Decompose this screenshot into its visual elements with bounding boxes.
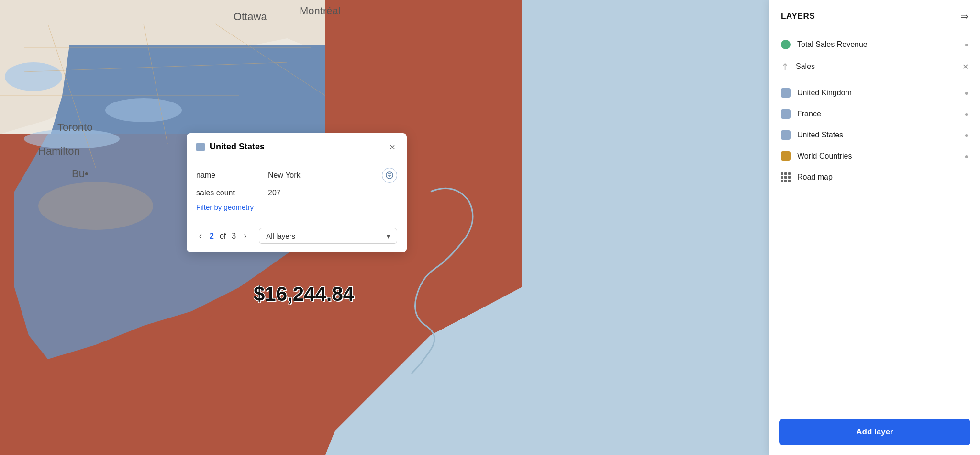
- layer-item-united-kingdom[interactable]: United Kingdom ●: [769, 82, 980, 103]
- layer-color-indicator: [781, 151, 791, 161]
- layers-panel: LAYERS ⇒ Total Sales Revenue ● ↗ Sales ✕…: [769, 0, 980, 455]
- clock-icon: ●: [965, 131, 969, 139]
- layers-collapse-button[interactable]: ⇒: [960, 11, 969, 22]
- filter-icon-button[interactable]: [382, 168, 397, 183]
- divider: [781, 80, 969, 80]
- popup-body: name New York sales count 207 Filter by …: [187, 159, 407, 223]
- popup-color-swatch: [196, 143, 205, 151]
- layer-color-indicator: [781, 130, 791, 140]
- layers-list: Total Sales Revenue ● ↗ Sales ✕ United K…: [769, 29, 980, 411]
- popup-title: United States: [210, 142, 383, 152]
- add-layer-button[interactable]: Add layer: [779, 419, 970, 445]
- layer-color-indicator: [781, 40, 791, 49]
- layer-item-sales[interactable]: ↗ Sales ✕: [769, 55, 980, 78]
- popup-val-sales-count: 207: [268, 189, 397, 197]
- clock-icon: ●: [965, 110, 969, 118]
- svg-point-19: [24, 129, 120, 148]
- layer-filter-dropdown[interactable]: All layers ▾: [259, 228, 397, 244]
- popup-val-name: New York: [268, 171, 382, 180]
- page-next-button[interactable]: ›: [241, 230, 249, 242]
- close-icon[interactable]: ✕: [962, 62, 969, 71]
- layer-item-road-map[interactable]: Road map: [769, 167, 980, 188]
- chevron-down-icon: ▾: [387, 232, 390, 240]
- layer-item-united-states[interactable]: United States ●: [769, 125, 980, 146]
- layer-color-indicator: [781, 88, 791, 98]
- popup-close-button[interactable]: ×: [388, 142, 397, 152]
- feature-popup: United States × name New York sales coun…: [187, 133, 407, 252]
- clock-icon: ●: [965, 89, 969, 97]
- layer-name-united-states: United States: [797, 131, 958, 139]
- layer-item-total-sales[interactable]: Total Sales Revenue ●: [769, 34, 980, 55]
- page-prev-button[interactable]: ‹: [196, 230, 205, 242]
- popup-row-name: name New York: [196, 168, 397, 183]
- popup-key-name: name: [196, 171, 268, 180]
- page-of: of: [220, 232, 226, 240]
- clock-icon: ●: [965, 41, 969, 48]
- layer-color-indicator: [781, 109, 791, 119]
- layer-name-sales: Sales: [796, 62, 956, 71]
- layer-item-world-countries[interactable]: World Countries ●: [769, 146, 980, 167]
- layer-item-france[interactable]: France ●: [769, 103, 980, 125]
- popup-key-sales-count: sales count: [196, 189, 268, 197]
- layers-header: LAYERS ⇒: [769, 0, 980, 29]
- layer-name-france: France: [797, 110, 958, 118]
- popup-header: United States ×: [187, 133, 407, 159]
- layer-name-total-sales: Total Sales Revenue: [797, 40, 958, 49]
- svg-point-18: [105, 98, 182, 122]
- layer-name-world-countries: World Countries: [797, 152, 958, 160]
- page-current: 2: [210, 232, 214, 240]
- svg-point-17: [5, 62, 62, 91]
- page-total: 3: [232, 232, 236, 240]
- layer-dropdown-label: All layers: [266, 232, 295, 240]
- popup-row-sales-count: sales count 207: [196, 189, 397, 197]
- grid-icon: [781, 172, 791, 182]
- arrow-diagonal-icon: ↗: [778, 60, 792, 74]
- filter-by-geometry-button[interactable]: Filter by geometry: [196, 203, 254, 211]
- price-label: $16,244.84: [254, 283, 354, 306]
- svg-point-16: [38, 182, 153, 230]
- layer-name-road-map: Road map: [797, 173, 969, 182]
- layers-title: LAYERS: [781, 11, 815, 21]
- popup-footer: ‹ 2 of 3 › All layers ▾: [187, 223, 407, 252]
- layer-name-united-kingdom: United Kingdom: [797, 89, 958, 97]
- clock-icon: ●: [965, 152, 969, 160]
- arrow-right-icon: ⇒: [960, 11, 969, 22]
